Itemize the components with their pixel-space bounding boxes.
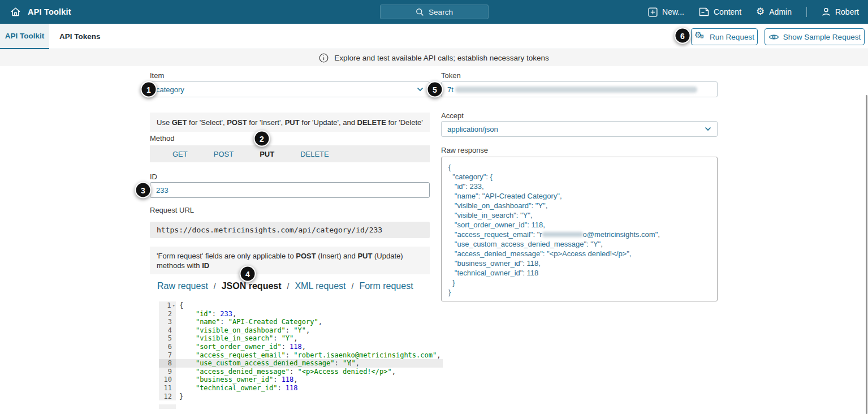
callout-4: 4 — [240, 266, 256, 282]
method-label: Method — [150, 134, 174, 143]
method-hint-box: Use GET for 'Select', POST for 'Insert',… — [150, 113, 430, 132]
method-option-delete[interactable]: DELETE — [287, 150, 342, 158]
editor-line-5[interactable]: 5 "visible_in_search": "Y", — [159, 334, 443, 343]
token-value-visible: 7t — [447, 85, 454, 94]
request-tab-separator: / — [352, 282, 354, 291]
request-tab-raw-request[interactable]: Raw request — [157, 281, 208, 291]
show-sample-request-label: Show Sample Request — [783, 33, 861, 41]
run-request-label: Run Request — [710, 33, 754, 41]
info-banner-text: Explore and test available API calls; es… — [334, 54, 549, 62]
accept-label: Accept — [441, 111, 464, 120]
method-hint-text: Use GET for 'Select', POST for 'Insert',… — [157, 118, 423, 127]
gear-icon: ⚙ — [756, 7, 765, 16]
request-url-box: https://docs.metricinsights.com/api/cate… — [150, 222, 430, 238]
method-segmented: GETPOSTPUTDELETE — [150, 145, 430, 162]
nav-user-label: Robert — [835, 7, 859, 16]
app-title: API Toolkit — [28, 7, 71, 16]
callout-6: 6 — [675, 28, 691, 44]
chevron-down-icon — [705, 127, 711, 131]
accept-select[interactable]: application/json — [441, 121, 718, 137]
info-banner: Explore and test available API calls; es… — [0, 49, 868, 66]
callout-3: 3 — [135, 182, 152, 199]
editor-line-8[interactable]: 8 "use_custom_access_denied_message": "Y… — [159, 359, 443, 368]
vertical-scrollbar[interactable] — [866, 95, 867, 414]
form-request-note-box: 'Form request' fields are only applicabl… — [150, 247, 430, 274]
callout-1: 1 — [141, 81, 157, 98]
editor-line-2[interactable]: 2 "id": 233, — [159, 310, 443, 318]
user-icon — [822, 7, 831, 16]
method-option-put[interactable]: PUT — [247, 150, 287, 158]
editor-line-11[interactable]: 11 "technical_owner_id": 118 — [159, 384, 443, 393]
token-input[interactable]: 7t — [441, 81, 718, 97]
show-sample-request-button[interactable]: Show Sample Request — [765, 28, 865, 45]
eye-icon — [768, 33, 779, 41]
search-icon — [416, 8, 424, 16]
json-request-editor[interactable]: 1▾{2 "id": 233,3 "name": "API-Created Ca… — [159, 301, 443, 404]
token-blurred-value — [455, 87, 697, 93]
nav-admin-label: Admin — [769, 7, 792, 16]
global-search[interactable]: Search — [380, 5, 489, 19]
request-url-label: Request URL — [150, 206, 194, 214]
raw-response-content: { "category": { "id": 233, "name": "API-… — [448, 162, 710, 297]
method-option-get[interactable]: GET — [159, 150, 201, 158]
request-tab-form-request[interactable]: Form request — [359, 281, 413, 291]
id-label: ID — [150, 172, 157, 181]
api-toolkit-page: API Toolkit Search New... — [0, 0, 868, 414]
request-type-tabs: Raw request/JSON request/XML request/For… — [157, 281, 413, 291]
topbar-right-nav: New... Content ⚙ Admin — [648, 0, 868, 24]
request-tab-xml-request[interactable]: XML request — [295, 281, 346, 291]
topbar-left: API Toolkit — [0, 7, 237, 17]
request-tab-separator: / — [287, 282, 290, 291]
request-tab-json-request[interactable]: JSON request — [222, 281, 282, 291]
callout-2: 2 — [254, 131, 270, 147]
run-gears-icon: ⚙⚙ — [694, 32, 706, 42]
request-tab-separator: / — [214, 282, 216, 291]
nav-new-label: New... — [662, 7, 684, 16]
tab-api-toolkit[interactable]: API Toolkit — [0, 24, 49, 49]
tab-api-tokens[interactable]: API Tokens — [49, 24, 111, 49]
fold-arrow-icon[interactable]: ▾ — [172, 301, 175, 310]
item-select[interactable]: category — [150, 81, 430, 97]
nav-content-label: Content — [714, 7, 741, 16]
top-navbar: API Toolkit Search New... — [0, 0, 868, 24]
content-icon — [699, 7, 709, 16]
raw-response-box: { "category": { "id": 233, "name": "API-… — [441, 157, 718, 301]
editor-line-1[interactable]: 1▾{ — [159, 301, 443, 310]
method-option-post[interactable]: POST — [201, 150, 247, 158]
info-icon — [319, 53, 329, 63]
callout-5: 5 — [427, 81, 443, 98]
editor-line-10[interactable]: 10 "business_owner_id": 118, — [159, 376, 443, 384]
editor-gutter-pad — [159, 404, 176, 409]
plus-square-icon — [648, 7, 658, 17]
nav-admin-button[interactable]: ⚙ Admin — [756, 7, 792, 16]
item-select-value: category — [156, 85, 184, 94]
item-label: Item — [150, 71, 164, 80]
editor-line-3[interactable]: 3 "name": "API-Created Category", — [159, 318, 443, 326]
accept-select-value: application/json — [447, 125, 498, 133]
chevron-down-icon — [417, 87, 424, 92]
editor-line-12[interactable]: 12} — [159, 393, 443, 401]
nav-new-button[interactable]: New... — [648, 7, 684, 17]
token-label: Token — [441, 71, 461, 80]
search-label: Search — [429, 8, 453, 16]
editor-line-7[interactable]: 7 "access_request_email": "robert.isaenk… — [159, 351, 443, 360]
request-url-value: https://docs.metricinsights.com/api/cate… — [157, 225, 382, 235]
home-icon[interactable] — [10, 7, 21, 17]
topbar-divider — [806, 7, 807, 17]
raw-response-label: Raw response — [441, 146, 488, 154]
editor-line-6[interactable]: 6 "sort_order_owner_id": 118, — [159, 343, 443, 351]
run-request-button[interactable]: ⚙⚙ Run Request — [691, 28, 758, 45]
form-request-note-text: 'Form request' fields are only applicabl… — [157, 252, 403, 270]
id-input-value: 233 — [156, 186, 169, 195]
editor-line-9[interactable]: 9 "access_denied_message": "<p>Access de… — [159, 368, 443, 376]
editor-line-4[interactable]: 4 "visible_on_dashboard": "Y", — [159, 326, 443, 335]
nav-content-button[interactable]: Content — [699, 7, 741, 16]
id-input[interactable]: 233 — [150, 182, 430, 198]
nav-user-button[interactable]: Robert — [822, 7, 859, 16]
